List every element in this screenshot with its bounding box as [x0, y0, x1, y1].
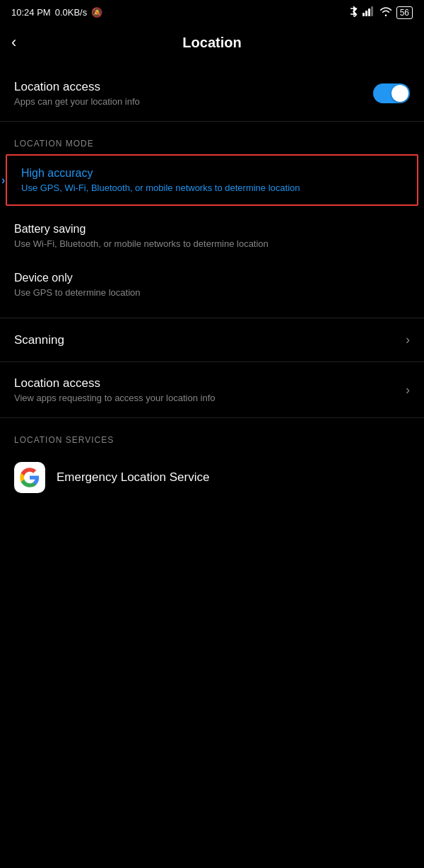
- google-icon: [14, 462, 45, 493]
- page-title: Location: [182, 35, 241, 51]
- status-bar: 10:24 PM 0.0KB/s 🔕: [0, 0, 424, 22]
- network-speed: 0.0KB/s: [55, 7, 88, 18]
- time-display: 10:24 PM: [11, 7, 51, 18]
- toggle-knob: [391, 85, 408, 102]
- page-header: ‹ Location: [0, 22, 424, 66]
- signal-icon: [363, 6, 375, 18]
- location-access-text: Location access Apps can get your locati…: [14, 80, 140, 107]
- back-button[interactable]: ‹: [11, 30, 22, 54]
- status-left: 10:24 PM 0.0KB/s 🔕: [11, 7, 102, 18]
- mode-device-only-title: Device only: [14, 272, 410, 284]
- emergency-location-service[interactable]: Emergency Location Service: [0, 451, 424, 504]
- selected-chevron: ›: [1, 174, 5, 187]
- location-services-section-header: LOCATION SERVICES: [0, 418, 424, 451]
- location-access-apps-chevron: ›: [406, 383, 410, 398]
- location-access-label: Location access: [14, 80, 140, 94]
- scanning-label: Scanning: [14, 333, 64, 347]
- location-access-apps-sublabel: View apps requesting to access your loca…: [14, 393, 215, 403]
- mode-battery-saving[interactable]: Battery saving Use Wi-Fi, Bluetooth, or …: [0, 212, 424, 260]
- svg-rect-2: [368, 8, 370, 16]
- status-right: 56: [348, 6, 413, 19]
- mode-high-accuracy-desc: Use GPS, Wi-Fi, Bluetooth, or mobile net…: [21, 183, 403, 193]
- location-access-apps-item[interactable]: Location access View apps requesting to …: [0, 362, 424, 417]
- mode-high-accuracy-title: High accuracy: [21, 167, 403, 180]
- svg-rect-3: [371, 6, 373, 16]
- mute-icon: 🔕: [91, 7, 102, 18]
- svg-rect-0: [363, 13, 365, 16]
- location-access-apps-label: Location access: [14, 376, 215, 390]
- svg-rect-1: [365, 11, 367, 16]
- battery-indicator: 56: [396, 6, 413, 19]
- emergency-location-label: Emergency Location Service: [57, 470, 209, 485]
- location-access-row: Location access Apps can get your locati…: [0, 66, 424, 121]
- location-access-toggle[interactable]: [373, 83, 410, 103]
- bluetooth-icon: [348, 6, 358, 19]
- scanning-menu-item[interactable]: Scanning ›: [0, 318, 424, 361]
- mode-high-accuracy[interactable]: › High accuracy Use GPS, Wi-Fi, Bluetoot…: [6, 154, 418, 206]
- location-access-sublabel: Apps can get your location info: [14, 96, 140, 107]
- wifi-icon: [379, 6, 392, 18]
- scanning-chevron: ›: [406, 332, 410, 347]
- mode-device-only[interactable]: Device only Use GPS to determine locatio…: [0, 260, 424, 309]
- location-mode-section-header: LOCATION MODE: [0, 122, 424, 154]
- location-access-apps-text: Location access View apps requesting to …: [14, 376, 215, 403]
- scanning-text: Scanning: [14, 333, 64, 347]
- mode-battery-saving-desc: Use Wi-Fi, Bluetooth, or mobile networks…: [14, 238, 410, 249]
- mode-device-only-desc: Use GPS to determine location: [14, 287, 410, 298]
- mode-battery-saving-title: Battery saving: [14, 223, 410, 236]
